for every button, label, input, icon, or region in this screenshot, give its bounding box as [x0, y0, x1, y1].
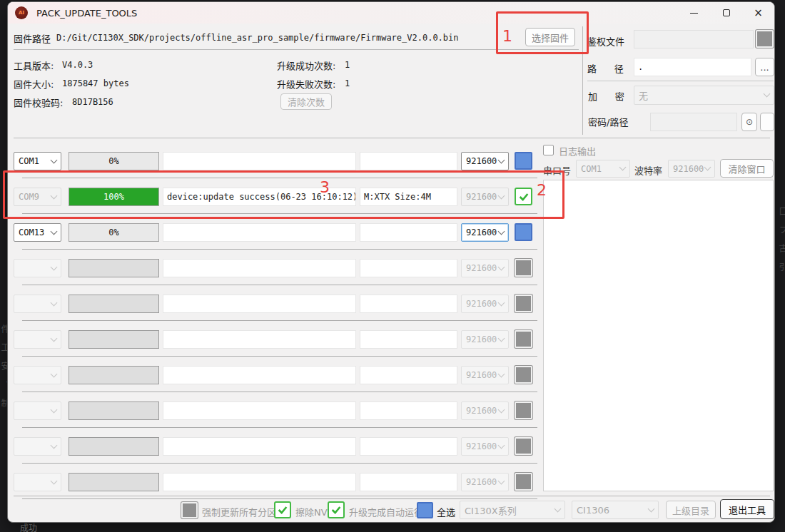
baud-rate-value: 921600	[673, 164, 704, 174]
browse-button[interactable]: ...	[755, 58, 774, 76]
chip-series-value: CI130X系列	[465, 503, 517, 517]
row-divider	[22, 392, 537, 392]
port-select[interactable]	[14, 295, 61, 313]
progress-bar	[69, 401, 159, 420]
message-field	[163, 366, 356, 384]
serial-port-select[interactable]: COM1	[576, 160, 630, 178]
row-divider	[22, 463, 537, 464]
firmware-checksum-label: 固件校验码:	[14, 96, 63, 109]
auto-run-label: 升级完成自动运行	[349, 505, 423, 518]
erase-nv-checkbox[interactable]	[274, 501, 291, 518]
chevron-down-icon	[498, 406, 505, 413]
port-select[interactable]	[14, 401, 61, 420]
exit-tool-button[interactable]: 退出工具	[720, 499, 774, 519]
encrypt-select[interactable]: 无	[634, 86, 774, 105]
port-select[interactable]: COM13	[14, 223, 61, 242]
row-checkbox[interactable]	[515, 366, 532, 384]
password-path-label: 密码/路径	[588, 115, 628, 128]
close-icon: ×	[754, 8, 763, 19]
fail-count-value: 1	[345, 78, 350, 88]
encrypt-value: 无	[639, 88, 648, 102]
path-input[interactable]: .	[634, 58, 751, 76]
password-toggle-button[interactable]: ⊙	[741, 113, 757, 131]
row-checkbox[interactable]	[515, 223, 532, 241]
row-baud-value: 921600	[466, 299, 497, 309]
close-button[interactable]: ×	[742, 2, 774, 24]
port-select[interactable]: COM1	[14, 152, 61, 170]
screen: 件工安。制 成功 口フ古引 AI PACK_UPDATE_TOOLS × 固件路…	[0, 0, 785, 532]
baud-rate-select[interactable]: 921600	[668, 160, 715, 178]
encrypt-label: 加 密	[588, 89, 624, 103]
row-baud-value: 921600	[466, 370, 497, 380]
row-baud-select[interactable]: 921600	[461, 366, 509, 384]
chip-model-value: CI1306	[577, 505, 609, 516]
clear-window-button[interactable]: 清除窗口	[720, 159, 774, 178]
force-update-checkbox[interactable]	[181, 502, 198, 518]
chevron-down-icon	[498, 477, 505, 484]
chevron-down-icon	[498, 370, 505, 377]
chip-series-select[interactable]: CI130X系列	[460, 501, 565, 519]
row-baud-select[interactable]: 921600	[461, 295, 509, 313]
row-baud-value: 921600	[466, 334, 497, 344]
row-baud-select[interactable]: 921600	[461, 223, 509, 242]
baud-rate-label: 波特率	[634, 163, 662, 177]
row-checkbox[interactable]	[515, 152, 532, 170]
port-value: COM1	[19, 156, 39, 166]
chevron-down-icon	[51, 227, 58, 235]
row-checkbox[interactable]	[515, 259, 532, 277]
info-field	[360, 437, 457, 456]
chevron-down-icon	[554, 505, 562, 512]
row-divider	[22, 427, 537, 428]
chevron-down-icon	[498, 263, 505, 270]
row-checkbox[interactable]	[515, 437, 532, 455]
path-value: .	[638, 62, 643, 72]
minimize-button[interactable]	[678, 2, 710, 24]
firmware-size-value: 1875847 bytes	[62, 78, 129, 88]
select-all-checkbox[interactable]	[417, 502, 433, 518]
log-output-checkbox[interactable]	[543, 145, 554, 155]
password-path-input[interactable]	[650, 113, 737, 131]
row-baud-select[interactable]: 921600	[461, 473, 509, 491]
window-title: PACK_UPDATE_TOOLS	[36, 8, 137, 19]
row-checkbox[interactable]	[515, 473, 532, 491]
info-field	[360, 473, 457, 491]
row-checkbox[interactable]	[515, 295, 532, 312]
auth-file-input[interactable]	[634, 30, 754, 48]
annotation-number-2: 2	[537, 181, 547, 199]
message-field	[163, 401, 356, 420]
info-field	[360, 152, 457, 170]
clear-count-button[interactable]: 清除次数	[280, 93, 332, 110]
maximize-button[interactable]	[710, 2, 742, 24]
row-checkbox[interactable]	[515, 401, 532, 419]
chevron-down-icon	[619, 164, 627, 171]
auto-run-checkbox[interactable]	[328, 501, 345, 518]
minimize-icon	[690, 13, 698, 14]
row-baud-select[interactable]: 921600	[461, 259, 509, 277]
select-all-label: 全选	[437, 505, 455, 518]
row-baud-select[interactable]: 921600	[461, 401, 509, 420]
parent-dir-button[interactable]: 上级目录	[666, 501, 716, 519]
port-select[interactable]	[14, 259, 61, 277]
message-field	[163, 330, 356, 349]
port-select[interactable]	[14, 437, 61, 456]
divider	[14, 49, 579, 50]
row-baud-value: 921600	[466, 156, 497, 166]
fail-count-label: 升级失败次数:	[277, 77, 335, 91]
port-select[interactable]	[14, 366, 61, 384]
row-baud-select[interactable]: 921600	[461, 437, 509, 456]
auth-file-checkbox[interactable]	[756, 30, 774, 48]
password-extra-button[interactable]	[760, 113, 774, 131]
log-output-area[interactable]	[543, 180, 774, 491]
progress-bar	[69, 259, 159, 277]
port-value: COM13	[19, 227, 44, 237]
port-select[interactable]	[14, 473, 61, 491]
auth-file-label: 鉴权文件	[587, 34, 624, 48]
row-baud-select[interactable]: 921600	[461, 330, 509, 349]
port-select[interactable]	[14, 330, 61, 349]
row-baud-select[interactable]: 921600	[461, 152, 509, 170]
firmware-checksum-value: 8D17B156	[72, 97, 113, 107]
app-window: AI PACK_UPDATE_TOOLS × 固件路径 D:/Git/CI130…	[7, 1, 775, 523]
row-checkbox[interactable]	[515, 330, 532, 348]
chip-model-select[interactable]: CI1306	[572, 501, 659, 519]
annotation-number-1: 1	[502, 27, 512, 45]
